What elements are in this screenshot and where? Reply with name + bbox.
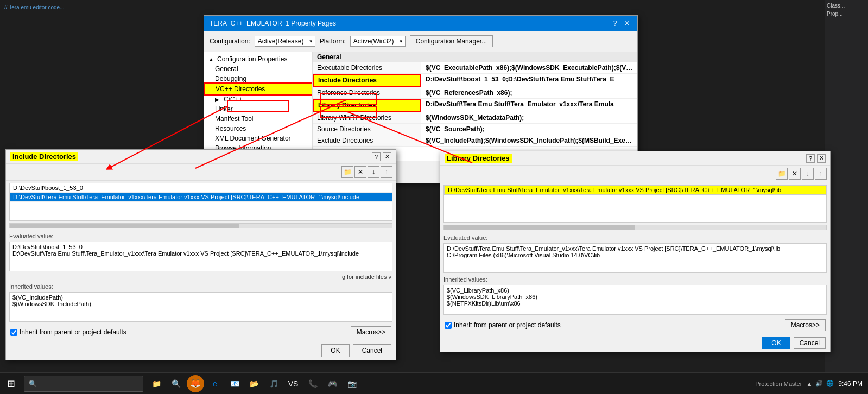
tree-item-manifest[interactable]: Manifest Tool	[204, 114, 312, 124]
include-popup-footer: Inherit from parent or project defaults …	[6, 323, 396, 341]
taskbar-icon-4[interactable]: e	[206, 375, 224, 392]
prop-value-source[interactable]: $(VC_SourcePath);	[421, 124, 637, 135]
include-folder-btn[interactable]: 📁	[341, 166, 353, 178]
library-hscrollbar[interactable]	[443, 225, 827, 230]
taskbar-icon-8[interactable]: VS	[284, 375, 302, 392]
taskbar-search[interactable]: 🔍	[24, 376, 143, 392]
clock: 9:46 PM	[838, 380, 863, 387]
include-inherit-label: Inherit from parent or project defaults	[20, 328, 126, 336]
taskbar-icon-3[interactable]: 🦊	[187, 375, 204, 392]
config-select[interactable]: Active(Release)	[255, 36, 315, 47]
taskbar: ⊞ 🔍 📁 🔍 🦊 e 📧 📂 🎵 VS 📞 🎮 📷 Protection Ma…	[0, 372, 868, 394]
taskbar-icon-7[interactable]: 🎵	[265, 375, 282, 392]
config-select-wrapper[interactable]: Active(Release)	[255, 36, 315, 47]
library-cancel-btn[interactable]: Cancel	[794, 337, 826, 349]
include-popup-help-btn[interactable]: ?	[372, 152, 381, 161]
tree-item-linker[interactable]: Linker	[204, 104, 312, 114]
prop-value-winrt[interactable]: $(WindowsSDK_MetadataPath);	[421, 112, 637, 123]
tree-item-manifest-label: Manifest Tool	[215, 115, 253, 123]
library-inherited-line3: $(NETFXKitsDir)Lib\um\x86	[447, 300, 823, 307]
config-manager-button[interactable]: Configuration Manager...	[410, 35, 493, 47]
prop-value-reference[interactable]: $(VC_ReferencesPath_x86);	[421, 87, 637, 98]
tree-item-label: Configuration Properties	[217, 55, 287, 63]
tree-item-general[interactable]: General	[204, 64, 312, 74]
include-list-item-2[interactable]: D:\DevStuff\Tera Emu Stuff\Tera_Emulator…	[10, 193, 392, 202]
tree-item-xml[interactable]: XML Document Generator	[204, 134, 312, 143]
library-ok-btn[interactable]: OK	[762, 337, 790, 349]
property-pages-titlebar: TERA_C++_EMULATOR_1 Property Pages ? ✕	[204, 16, 637, 31]
include-evaluated-box: D:\DevStuff\boost_1_53_0 D:\DevStuff\Ter…	[9, 242, 392, 271]
include-inherited-box: $(VC_IncludePath) $(WindowsSDK_IncludePa…	[9, 292, 392, 322]
library-inherited-line2: $(WindowsSDK_LibraryPath_x86)	[447, 294, 823, 300]
include-hscrollbar[interactable]	[9, 223, 392, 228]
include-popup-close-btn[interactable]: ✕	[383, 152, 391, 161]
tree-item-vc-dirs[interactable]: VC++ Directories	[204, 84, 312, 94]
taskbar-icon-9[interactable]: 📞	[304, 375, 321, 392]
include-ok-btn[interactable]: OK	[321, 344, 349, 357]
library-macros-btn[interactable]: Macros>>	[785, 319, 826, 331]
library-inherit-checkbox-label[interactable]: Inherit from parent or project defaults	[445, 321, 561, 329]
help-button[interactable]: ?	[610, 19, 620, 28]
prop-value-library[interactable]: D:\DevStuff\Tera Emu Stuff\Tera_Emulator…	[421, 99, 637, 112]
include-down-btn[interactable]: ↓	[368, 166, 379, 178]
taskbar-icon-10[interactable]: 🎮	[324, 375, 341, 392]
library-inherited-line1: $(VC_LibraryPath_x86)	[447, 287, 823, 294]
tray-network-icon[interactable]: 🌐	[826, 380, 834, 387]
library-folder-btn[interactable]: 📁	[776, 168, 788, 180]
include-evaluated-line2: D:\DevStuff\Tera Emu Stuff\Tera_Emulator…	[12, 250, 389, 257]
include-list-item-1[interactable]: D:\DevStuff\boost_1_53_0	[10, 183, 392, 193]
include-list-container: D:\DevStuff\boost_1_53_0 D:\DevStuff\Ter…	[6, 183, 396, 221]
taskbar-icon-6[interactable]: 📂	[245, 375, 263, 392]
library-down-btn[interactable]: ↓	[802, 168, 814, 180]
include-delete-btn[interactable]: ✕	[354, 166, 366, 178]
prop-row-reference: Reference Directories $(VC_ReferencesPat…	[313, 87, 637, 99]
library-popup-close-btn[interactable]: ✕	[817, 154, 826, 163]
prop-value-executable[interactable]: $(VC_ExecutablePath_x86);$(WindowsSDK_Ex…	[421, 62, 637, 73]
library-popup-titlebar: Library Directories ? ✕	[440, 151, 830, 166]
platform-select-wrapper[interactable]: Active(Win32)	[350, 36, 406, 47]
library-popup-footer: Inherit from parent or project defaults …	[440, 316, 830, 334]
tray-expand-icon[interactable]: ▲	[806, 380, 812, 387]
include-popup-title: Include Directories	[10, 152, 78, 161]
tree-item-debugging[interactable]: Debugging	[204, 74, 312, 84]
taskbar-icon-2[interactable]: 🔍	[167, 375, 185, 392]
library-list-area[interactable]: D:\DevStuff\Tera Emu Stuff\Tera_Emulator…	[443, 185, 827, 223]
prop-row-exclude: Exclude Directories $(VC_IncludePath);$(…	[313, 135, 637, 147]
include-macros-btn[interactable]: Macros>>	[351, 326, 391, 338]
include-cancel-btn[interactable]: Cancel	[353, 344, 391, 357]
titlebar-buttons: ? ✕	[610, 19, 632, 28]
library-list-container: D:\DevStuff\Tera Emu Stuff\Tera_Emulator…	[440, 185, 830, 223]
taskbar-icon-11[interactable]: 📷	[343, 375, 360, 392]
tree-item-cpp[interactable]: ▶ C/C++	[204, 94, 312, 104]
library-inherited-box: $(VC_LibraryPath_x86) $(WindowsSDK_Libra…	[443, 285, 827, 315]
include-inherit-checkbox[interactable]	[10, 329, 17, 336]
start-button[interactable]: ⊞	[0, 373, 22, 395]
tree-item-resources[interactable]: Resources	[204, 124, 312, 134]
include-spacer	[6, 272, 335, 281]
library-list-item-1[interactable]: D:\DevStuff\Tera Emu Stuff\Tera_Emulator…	[444, 185, 826, 195]
prop-value-include[interactable]: D:\DevStuff\boost_1_53_0;D:\DevStuff\Ter…	[421, 74, 637, 87]
prop-name-include: Include Directories	[313, 74, 421, 87]
property-pages-title: TERA_C++_EMULATOR_1 Property Pages	[210, 20, 336, 27]
include-up-btn[interactable]: ↑	[381, 166, 392, 178]
library-popup-help-btn[interactable]: ?	[806, 154, 815, 163]
tray-speaker-icon[interactable]: 🔊	[815, 380, 823, 387]
tree-item-config-props[interactable]: ▲ Configuration Properties	[204, 54, 312, 64]
tree-item-cpp-label: C/C++	[224, 96, 243, 103]
prop-name-exclude: Exclude Directories	[313, 135, 421, 146]
include-hscroll-thumb	[10, 224, 239, 228]
include-inherit-checkbox-label[interactable]: Inherit from parent or project defaults	[10, 328, 126, 336]
dialog-body: ▲ Configuration Properties General Debug…	[204, 52, 637, 161]
taskbar-icon-5[interactable]: 📧	[226, 375, 243, 392]
include-list-area[interactable]: D:\DevStuff\boost_1_53_0 D:\DevStuff\Ter…	[9, 183, 392, 221]
library-inherit-checkbox[interactable]	[445, 322, 452, 329]
library-delete-btn[interactable]: ✕	[789, 168, 801, 180]
prop-row-winrt: Library WinRT Directories $(WindowsSDK_M…	[313, 112, 637, 124]
close-button[interactable]: ✕	[622, 19, 632, 28]
library-evaluated-line1: D:\DevStuff\Tera Emu Stuff\Tera_Emulator…	[447, 245, 823, 252]
taskbar-icon-1[interactable]: 📁	[148, 375, 165, 392]
platform-select[interactable]: Active(Win32)	[350, 36, 406, 47]
tree-item-xml-label: XML Document Generator	[215, 135, 291, 142]
library-up-btn[interactable]: ↑	[815, 168, 827, 180]
prop-value-exclude[interactable]: $(VC_IncludePath);$(WindowsSDK_IncludePa…	[421, 135, 637, 146]
